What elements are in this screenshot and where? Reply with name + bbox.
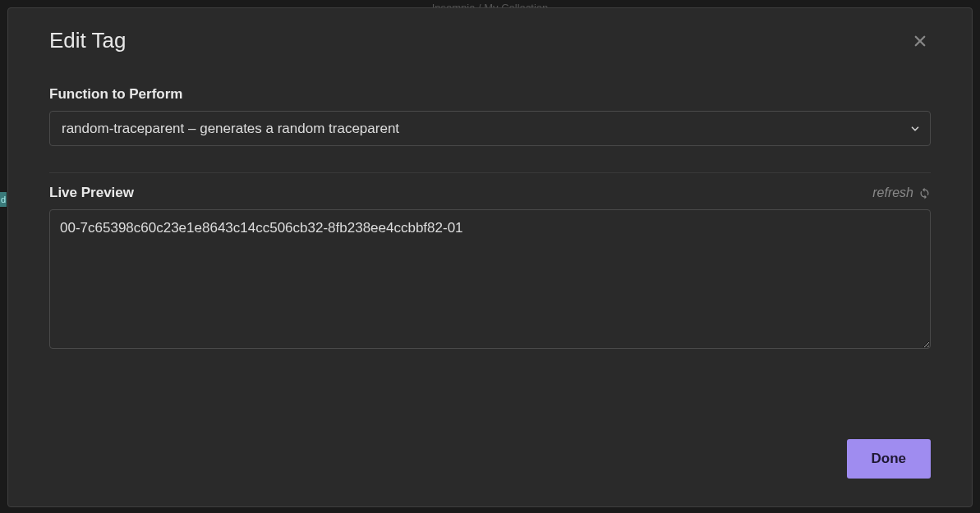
refresh-label: refresh [872,186,913,200]
function-select-wrapper: random-traceparent – generates a random … [49,111,931,146]
refresh-icon [918,187,931,199]
function-group: Function to Perform random-traceparent –… [49,86,931,146]
preview-group: Live Preview refresh [49,185,931,352]
divider [49,172,931,173]
sidebar-fragment: d [0,192,7,207]
preview-output[interactable] [49,209,931,349]
edit-tag-modal: Edit Tag Function to Perform random-trac… [7,7,973,507]
modal-body: Function to Perform random-traceparent –… [8,53,972,415]
function-label: Function to Perform [49,86,931,103]
close-icon [913,34,927,48]
function-select[interactable]: random-traceparent – generates a random … [49,111,931,146]
close-button[interactable] [909,30,931,52]
modal-title: Edit Tag [49,28,126,53]
done-button[interactable]: Done [847,439,932,479]
modal-footer: Done [8,415,972,506]
preview-label: Live Preview [49,185,134,201]
preview-header: Live Preview refresh [49,185,931,201]
modal-header: Edit Tag [8,8,972,53]
refresh-button[interactable]: refresh [872,186,931,200]
